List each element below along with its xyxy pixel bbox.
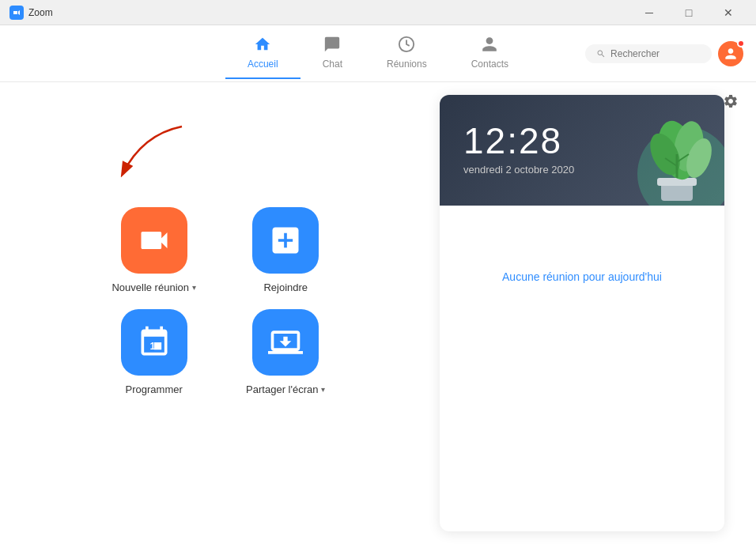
tab-accueil-label: Accueil — [248, 59, 278, 70]
home-icon — [254, 36, 271, 55]
zoom-logo-icon — [9, 6, 24, 20]
action-nouvelle-reunion[interactable]: Nouvelle réunion ▾ — [112, 207, 196, 293]
action-rejoindre[interactable]: Rejoindre — [244, 207, 328, 293]
gear-icon — [723, 93, 739, 109]
close-button[interactable]: ✕ — [710, 0, 747, 25]
tab-reunions[interactable]: Réunions — [365, 28, 449, 79]
calendar-icon: 19 — [137, 325, 172, 360]
notification-badge — [737, 40, 745, 47]
rejoindre-button[interactable] — [252, 207, 319, 274]
programmer-button[interactable]: 19 — [121, 309, 187, 376]
tab-contacts-label: Contacts — [471, 59, 508, 70]
avatar-icon — [723, 46, 739, 62]
search-box[interactable] — [585, 44, 712, 63]
navbar: Accueil Chat Réunions — [0, 25, 756, 82]
nouvelle-reunion-label: Nouvelle réunion ▾ — [112, 281, 196, 293]
tab-reunions-label: Réunions — [387, 59, 427, 70]
action-programmer[interactable]: 19 Programmer — [112, 309, 196, 395]
titlebar-left: Zoom — [9, 6, 53, 20]
share-screen-icon — [268, 325, 303, 360]
partager-ecran-label: Partager l'écran ▾ — [246, 383, 325, 395]
add-icon — [268, 223, 303, 258]
content: Nouvelle réunion ▾ Rejoindre — [0, 82, 756, 544]
actions-grid: Nouvelle réunion ▾ Rejoindre — [112, 207, 327, 395]
arrow-annotation — [79, 119, 206, 201]
search-icon — [596, 48, 606, 59]
avatar-button[interactable] — [718, 41, 743, 66]
titlebar: Zoom ─ □ ✕ — [0, 0, 756, 25]
main-panel: Nouvelle réunion ▾ Rejoindre — [0, 95, 440, 531]
minimize-button[interactable]: ─ — [631, 0, 667, 25]
tab-accueil[interactable]: Accueil — [225, 28, 301, 79]
calendar-body: Aucune réunion pour aujourd'hui — [440, 206, 724, 348]
programmer-label: Programmer — [126, 383, 183, 395]
rejoindre-label: Rejoindre — [263, 281, 308, 293]
no-meeting-text: Aucune réunion pour aujourd'hui — [502, 270, 662, 283]
nouvelle-reunion-button[interactable] — [121, 207, 187, 274]
calendar-card: 12:28 vendredi 2 octobre 2020 — [440, 95, 724, 531]
partager-ecran-button[interactable] — [252, 309, 319, 376]
partager-dropdown-arrow-icon: ▾ — [321, 385, 325, 394]
chat-icon — [323, 36, 341, 55]
titlebar-controls: ─ □ ✕ — [631, 0, 747, 25]
clock-icon — [398, 36, 415, 55]
titlebar-title: Zoom — [28, 7, 53, 18]
action-partager-ecran[interactable]: Partager l'écran ▾ — [244, 309, 328, 395]
tab-chat-label: Chat — [323, 59, 342, 70]
plant-decoration — [629, 103, 724, 206]
tab-contacts[interactable]: Contacts — [449, 28, 531, 79]
svg-text:19: 19 — [149, 340, 161, 352]
person-icon — [481, 36, 498, 55]
nav-right — [585, 41, 743, 66]
svg-rect-5 — [657, 178, 697, 186]
video-icon — [137, 223, 172, 258]
tab-chat[interactable]: Chat — [301, 28, 365, 79]
dropdown-arrow-icon: ▾ — [192, 283, 196, 292]
calendar-header: 12:28 vendredi 2 octobre 2020 — [440, 95, 724, 206]
nav-tabs: Accueil Chat Réunions — [225, 28, 531, 79]
maximize-button[interactable]: □ — [671, 0, 707, 25]
right-panel: 12:28 vendredi 2 octobre 2020 — [440, 95, 724, 531]
search-input[interactable] — [610, 48, 701, 59]
